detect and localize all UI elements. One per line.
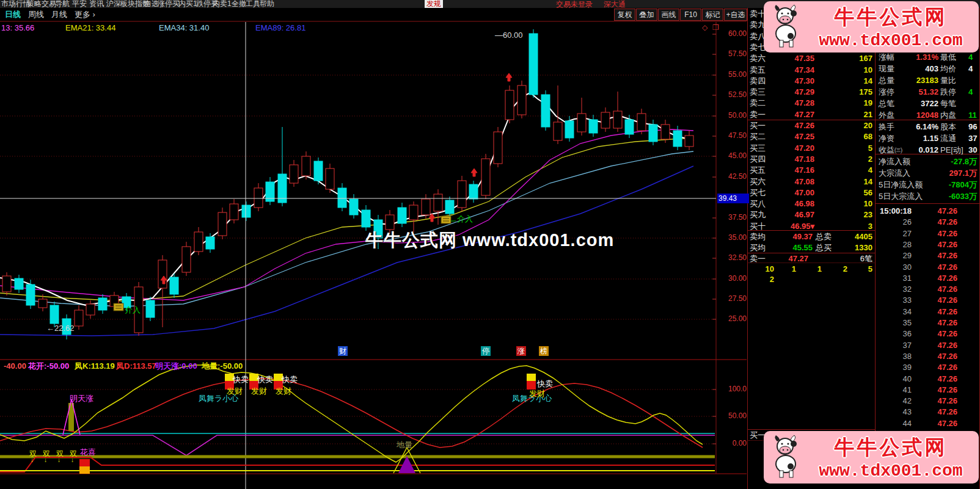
info-label: 涨停 (879, 87, 894, 97)
toolbar-button-1[interactable]: 叠加 (636, 9, 657, 21)
signal-block-yellow (527, 374, 536, 381)
tape-second: 37 (882, 341, 912, 350)
indicator-header-0: -40.00 (4, 361, 26, 371)
buy-avg-value: 45.55 (766, 243, 813, 253)
buy-level-label-2[interactable]: 买三 (750, 143, 766, 153)
toolbar-button-3[interactable]: F10 (680, 9, 701, 21)
buy-price[interactable]: 46.95▾ (766, 222, 814, 231)
tape-second: 42 (882, 396, 912, 406)
total-sell-label: 总卖 (816, 232, 832, 242)
buy-price[interactable]: 47.00 (766, 188, 814, 198)
candle-down (529, 34, 538, 95)
buy-price[interactable]: 46.98 (766, 199, 814, 209)
candle-up (230, 204, 238, 220)
sell-price[interactable]: 47.27 (766, 110, 814, 120)
tape-price: 47.26 (918, 229, 957, 239)
candle-down (170, 277, 178, 294)
info-value: 403 (897, 64, 938, 74)
flow-value: -6033万 (924, 192, 977, 201)
info-label: 总量 (879, 76, 894, 85)
sell-volume: 10 (833, 65, 872, 75)
ema21-line (0, 138, 693, 301)
info-label: 换手 (879, 122, 894, 132)
price-axis-label: 42.50 (719, 172, 747, 181)
candle-up (290, 165, 298, 183)
candle-up (386, 215, 394, 230)
buy-avg-label: 买均 (750, 243, 766, 253)
indicator-hline (0, 435, 715, 455)
sell-level-label-6[interactable]: 卖四 (750, 76, 766, 86)
sell-price[interactable]: 47.28 (766, 98, 814, 108)
buy-level-label-4[interactable]: 买五 (750, 165, 766, 175)
detail-top-price: 47.27 (766, 254, 808, 264)
tape-price: 47.26 (918, 385, 957, 395)
price-axis-label: 55.00 (719, 70, 747, 79)
buy-volume: 23 (833, 210, 872, 220)
sell-level-label-9[interactable]: 卖一 (750, 110, 766, 120)
tab-period-3[interactable]: 更多 › (75, 10, 95, 20)
info-value-2: 4 (968, 87, 973, 97)
buy-price[interactable]: 47.20 (766, 143, 814, 153)
candle-down (589, 120, 598, 133)
tape-price: 47.26 (918, 374, 957, 384)
buy-level-label-7[interactable]: 买八 (750, 199, 766, 209)
candle-down (649, 125, 657, 142)
buy-price[interactable]: 46.97 (766, 210, 814, 220)
sell-signal-label: 快卖 (233, 375, 249, 385)
candle-up (577, 114, 586, 132)
toolbar-button-2[interactable]: 画线 (658, 9, 679, 21)
tape-price: 47.26 (918, 273, 957, 283)
toolbar-button-4[interactable]: 标记 (702, 9, 723, 21)
buy-volume: 68 (833, 132, 872, 142)
info-label: 涨幅 (879, 53, 894, 62)
buy-price[interactable]: 47.18 (766, 154, 814, 164)
buy-price[interactable]: 47.08 (766, 177, 814, 187)
buy-volume: 2 (833, 154, 872, 164)
sell-price[interactable]: 47.30 (766, 76, 814, 86)
info-value-2: 30 (968, 145, 977, 155)
tape-price: 47.26 (918, 352, 957, 361)
sell-level-label-8[interactable]: 卖二 (750, 98, 766, 108)
sell-level-label-4[interactable]: 卖六 (750, 54, 766, 63)
buy-level-label-8[interactable]: 买九 (750, 210, 766, 220)
candle-up (434, 194, 442, 211)
tape-price: 47.26 (918, 363, 957, 372)
info-value-2: 11 (968, 110, 977, 120)
sell-price[interactable]: 47.29 (766, 87, 814, 97)
tab-period-0[interactable]: 日线 (5, 10, 21, 20)
trading-terminal-window: 市场行情策略交易导航平安资讯沪深板块指数自选涨停买内买1跌停买内卖1全撤工具帮助… (0, 0, 980, 489)
tab-period-1[interactable]: 周线 (28, 10, 44, 20)
sell-price[interactable]: 47.35 (766, 54, 814, 63)
candle-up (685, 136, 693, 147)
watermark-site-name: 牛牛公式网 (806, 434, 975, 462)
price-axis-label: 37.50 (719, 213, 747, 222)
tab-period-2[interactable]: 月线 (51, 10, 67, 20)
buy-price[interactable]: 47.25 (766, 132, 814, 142)
tape-second: 30 (882, 263, 912, 272)
tape-second: 39 (882, 363, 912, 372)
price-axis-label: 60.00 (719, 29, 747, 38)
tape-second: 28 (882, 240, 912, 250)
watermark-site-name: 牛牛公式网 (806, 4, 975, 31)
buy-level-label-3[interactable]: 买四 (750, 154, 766, 164)
toolbar-button-5[interactable]: +自选 (724, 9, 747, 21)
low-price-annotation: ←22.62 (46, 324, 75, 333)
indicator-axis-label: 100.0 (719, 385, 747, 393)
entry-label: 介入 (457, 214, 473, 224)
buy-level-label-9[interactable]: 买十 (750, 222, 766, 231)
sell-volume: 19 (833, 98, 872, 108)
buy-price[interactable]: 47.26 (766, 121, 814, 131)
buy-level-label-0[interactable]: 买一 (750, 121, 766, 131)
buy-level-label-6[interactable]: 买七 (750, 188, 766, 198)
buy-level-label-5[interactable]: 买六 (750, 177, 766, 187)
center-watermark: 牛牛公式网 www.tdx001.com (365, 230, 614, 251)
cow-logo-icon (767, 4, 804, 50)
buy-level-label-1[interactable]: 买二 (750, 132, 766, 142)
buy-price[interactable]: 47.16 (766, 165, 814, 175)
tape-second: 35 (882, 318, 912, 328)
sell-level-label-7[interactable]: 卖三 (750, 87, 766, 97)
info-label-2: 流通 (940, 134, 956, 143)
sell-level-label-5[interactable]: 卖五 (750, 65, 766, 75)
toolbar-button-0[interactable]: 复权 (614, 9, 635, 21)
sell-price[interactable]: 47.34 (766, 65, 814, 75)
